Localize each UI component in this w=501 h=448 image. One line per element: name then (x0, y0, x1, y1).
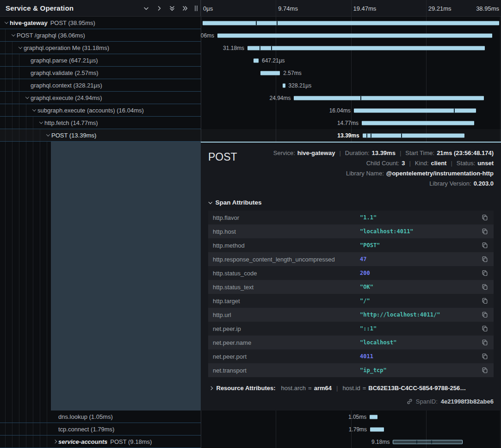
span-bar[interactable] (247, 46, 485, 50)
meta-value: @opentelemetry/instrumentation-http (386, 170, 494, 177)
span-label-cell[interactable]: tcp.connect (1.79ms) (0, 423, 201, 436)
span-bar[interactable] (393, 440, 463, 444)
copy-icon[interactable] (481, 283, 489, 291)
span-row[interactable]: graphql.context (328.21µs)328.21µs (0, 79, 501, 92)
bar-tick (401, 133, 402, 137)
span-row[interactable]: graphql.execute (24.94ms)24.94ms (0, 92, 501, 104)
chevron-down-icon[interactable] (10, 34, 17, 37)
double-chevron-down-icon[interactable] (167, 3, 177, 13)
span-row[interactable]: graphql.operation Me (31.18ms)31.18ms (0, 42, 501, 54)
copy-icon[interactable] (481, 338, 489, 347)
span-bar[interactable] (362, 121, 474, 125)
span-row[interactable]: graphql.parse (647.21µs)647.21µs (0, 54, 501, 67)
span-bar[interactable] (203, 21, 499, 25)
indent-guide (26, 423, 26, 435)
chevron-down-icon[interactable] (24, 96, 31, 99)
copy-icon[interactable] (481, 352, 489, 361)
chevron-down-icon[interactable] (141, 3, 151, 13)
axis-tick-label: 19.47ms (353, 5, 377, 12)
span-label-cell[interactable]: graphql.operation Me (31.18ms) (0, 42, 201, 54)
span-label-cell[interactable]: graphql.context (328.21µs) (0, 79, 201, 92)
span-label-cell[interactable]: POST /graphql (36.06ms) (0, 29, 201, 42)
span-label-cell[interactable]: service-accountsPOST (9.18ms) (0, 436, 201, 448)
chevron-down-icon[interactable] (44, 134, 51, 137)
span-label-cell[interactable]: subgraph.execute (accounts) (16.04ms) (0, 104, 201, 117)
span-label-cell[interactable]: dns.lookup (1.05ms) (0, 411, 201, 423)
span-row[interactable]: hive-gatewayPOST (38.95ms) (0, 17, 501, 29)
detail-header: POST Service:hive-gateway|Duration:13.39… (208, 148, 494, 187)
chevron-down-icon[interactable] (17, 46, 24, 49)
chevron-down-icon[interactable] (3, 21, 10, 24)
indent-guide (40, 129, 40, 141)
span-duration: 14.77ms (337, 120, 359, 126)
resource-attributes-items: host.arch=arm64|host.id=BC62E13B-C4CC-58… (281, 385, 466, 392)
indent-guide (19, 423, 19, 435)
span-row[interactable]: service-accountsPOST (9.18ms)9.18ms (0, 436, 501, 448)
indent-guide (19, 79, 19, 91)
chevron-right-icon[interactable] (154, 3, 164, 13)
detail-left-gutter (0, 142, 201, 411)
resource-attributes-header[interactable]: Resource Attributes: host.arch=arm64|hos… (208, 385, 494, 392)
chevron-down-icon[interactable] (37, 121, 44, 124)
span-row[interactable]: http.fetch (14.77ms)14.77ms (0, 117, 501, 129)
bar-tick (371, 133, 371, 137)
resource-equals: = (308, 385, 312, 392)
span-label-cell[interactable]: POST (13.39ms) (0, 129, 201, 142)
span-bar[interactable] (260, 71, 280, 75)
indent-guide (19, 104, 19, 116)
operation-name: graphql.context (328.21µs) (31, 82, 102, 89)
span-tree-bottom: dns.lookup (1.05ms)1.05mstcp.connect (1.… (0, 411, 501, 448)
span-bar[interactable] (354, 108, 476, 112)
span-bar[interactable] (217, 33, 492, 37)
copy-icon[interactable] (481, 297, 489, 305)
indent-guide (12, 92, 12, 104)
span-label-cell[interactable]: http.fetch (14.77ms) (0, 117, 201, 129)
indent-guide (5, 142, 6, 411)
resource-key: host.arch (281, 385, 306, 392)
span-bar[interactable] (254, 58, 259, 62)
indent-guide (12, 436, 12, 448)
chevron-down-icon[interactable] (31, 109, 37, 112)
span-label-cell[interactable]: graphql.parse (647.21µs) (0, 54, 201, 67)
copy-icon[interactable] (481, 241, 489, 249)
meta-label: Start Time: (405, 149, 434, 156)
span-row[interactable]: POST /graphql (36.06ms)36.06ms (0, 29, 501, 42)
span-duration: 2.57ms (283, 70, 301, 76)
span-row[interactable]: graphql.validate (2.57ms)2.57ms (0, 67, 501, 79)
meta-separator: | (409, 160, 410, 167)
copy-icon[interactable] (481, 311, 489, 319)
double-chevron-right-icon[interactable] (180, 3, 190, 13)
indent-guide (5, 67, 6, 79)
span-bar[interactable] (370, 415, 377, 419)
span-label-cell[interactable]: graphql.validate (2.57ms) (0, 67, 201, 79)
panel-resize-handle[interactable] (195, 6, 198, 11)
copy-icon[interactable] (481, 269, 489, 277)
indent-guide (33, 129, 33, 141)
panel-title: Service & Operation (6, 4, 74, 12)
copy-icon[interactable] (481, 255, 489, 263)
copy-icon[interactable] (481, 324, 489, 333)
attribute-key: http.target (213, 298, 360, 305)
chevron-right-icon[interactable] (51, 440, 58, 443)
copy-icon[interactable] (481, 227, 489, 236)
meta-line-service: Service:hive-gateway|Duration:13.39ms|St… (273, 149, 494, 156)
span-bar[interactable] (283, 83, 285, 87)
span-bar[interactable] (370, 427, 383, 431)
operation-name: POST (38.95ms) (50, 19, 95, 26)
span-row[interactable]: subgraph.execute (accounts) (16.04ms)16.… (0, 104, 501, 117)
span-label-cell[interactable]: graphql.execute (24.94ms) (0, 92, 201, 104)
span-attributes-header[interactable]: Span Attributes (209, 199, 494, 206)
span-row[interactable]: dns.lookup (1.05ms)1.05ms (0, 411, 501, 423)
span-row[interactable]: tcp.connect (1.79ms)1.79ms (0, 423, 501, 436)
copy-icon[interactable] (481, 213, 489, 222)
copy-icon[interactable] (481, 366, 489, 374)
span-row[interactable]: POST (13.39ms)13.39ms (0, 129, 501, 142)
span-bar[interactable] (294, 96, 483, 100)
bar-tick (256, 21, 257, 25)
attribute-row: http.flavor"1.1" (208, 211, 494, 224)
span-label-cell[interactable]: hive-gatewayPOST (38.95ms) (0, 17, 201, 29)
indent-guide (47, 411, 47, 423)
service-name: hive-gateway (10, 19, 48, 26)
indent-guide (33, 423, 33, 435)
span-bar[interactable] (363, 133, 464, 137)
